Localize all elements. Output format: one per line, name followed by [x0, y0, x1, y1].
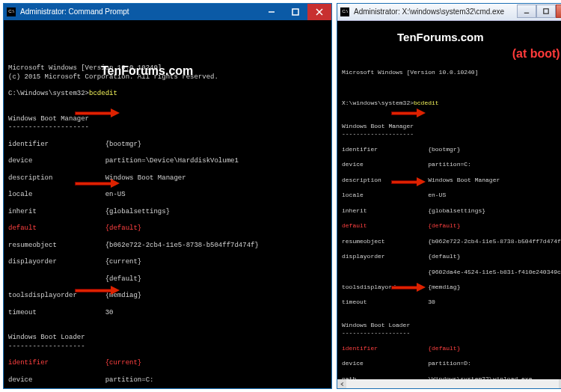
minimize-button[interactable]: [260, 4, 283, 20]
title-right: Administrator: X:\windows\system32\cmd.e…: [354, 7, 517, 17]
at-boot-label: (at boot): [512, 46, 560, 61]
titlebar-left[interactable]: Administrator: Command Prompt: [4, 4, 331, 20]
minimize-button[interactable]: [517, 4, 536, 18]
watermark: TenForums.com: [397, 30, 484, 44]
maximize-button[interactable]: [283, 4, 307, 20]
scroll-track[interactable]: [346, 379, 559, 388]
window-left: Administrator: Command Prompt TenForums.…: [3, 3, 332, 389]
close-button[interactable]: [556, 4, 561, 18]
cmd-icon: [7, 7, 16, 16]
svg-rect-0: [292, 9, 298, 15]
scrollbar-horizontal[interactable]: [337, 379, 561, 388]
titlebar-right[interactable]: Administrator: X:\windows\system32\cmd.e…: [337, 4, 561, 21]
title-left: Administrator: Command Prompt: [20, 7, 260, 17]
window-right: Administrator: X:\windows\system32\cmd.e…: [337, 3, 561, 389]
cmd-icon: [340, 7, 349, 16]
terminal-right[interactable]: TenForums.com (at boot) Microsoft Window…: [337, 21, 561, 388]
svg-rect-1: [543, 9, 548, 13]
terminal-left[interactable]: TenForums.com Microsoft Windows [Version…: [4, 20, 331, 388]
maximize-button[interactable]: [536, 4, 556, 18]
close-button[interactable]: [307, 4, 331, 20]
scroll-left-icon[interactable]: [337, 379, 346, 388]
